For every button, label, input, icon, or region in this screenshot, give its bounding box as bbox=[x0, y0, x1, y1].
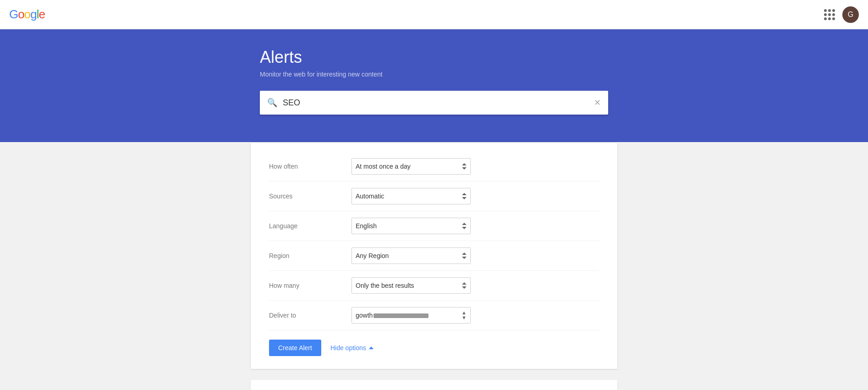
user-avatar[interactable]: G bbox=[842, 6, 859, 23]
logo-g2: g bbox=[30, 7, 36, 22]
options-card: How often As-it-happens At most once a d… bbox=[251, 142, 617, 369]
deliver-to-arrows: ▲▼ bbox=[461, 310, 467, 320]
page-title: Alerts bbox=[260, 48, 608, 67]
sources-select[interactable]: Automatic News Blogs Web Video Books Dis… bbox=[352, 188, 471, 204]
hide-options-label: Hide options bbox=[330, 344, 366, 352]
deliver-to-row: Deliver to gowth ▲▼ bbox=[269, 301, 599, 330]
region-row: Region Any Region United States United K… bbox=[269, 241, 599, 271]
region-label: Region bbox=[269, 252, 352, 259]
language-label: Language bbox=[269, 222, 352, 230]
search-box: 🔍 ✕ bbox=[260, 91, 608, 115]
footer-actions: Create Alert Hide options bbox=[269, 330, 599, 360]
bottom-bar bbox=[251, 380, 617, 390]
create-alert-button[interactable]: Create Alert bbox=[269, 340, 321, 356]
how-many-row: How many Only the best results All resul… bbox=[269, 271, 599, 301]
top-nav: Google G bbox=[0, 0, 868, 29]
search-icon: 🔍 bbox=[267, 98, 277, 108]
logo-o2: o bbox=[24, 7, 30, 22]
hide-options-link[interactable]: Hide options bbox=[330, 344, 374, 352]
logo-e: e bbox=[38, 7, 44, 22]
logo-g: G bbox=[9, 7, 18, 22]
how-many-select[interactable]: Only the best results All results bbox=[352, 277, 471, 294]
google-logo: Google bbox=[9, 7, 45, 22]
nav-right: G bbox=[824, 6, 859, 23]
sources-label: Sources bbox=[269, 192, 352, 200]
language-select[interactable]: Any Language English Spanish French Germ… bbox=[352, 218, 471, 234]
how-often-select[interactable]: As-it-happens At most once a day At most… bbox=[352, 158, 471, 175]
how-many-label: How many bbox=[269, 282, 352, 289]
search-input[interactable] bbox=[283, 98, 594, 108]
how-often-label: How often bbox=[269, 163, 352, 170]
apps-icon[interactable] bbox=[824, 9, 835, 20]
page-subtitle: Monitor the web for interesting new cont… bbox=[260, 71, 608, 78]
logo-o1: o bbox=[18, 7, 24, 22]
language-row: Language Any Language English Spanish Fr… bbox=[269, 211, 599, 241]
blue-header: Alerts Monitor the web for interesting n… bbox=[0, 29, 868, 142]
sources-row: Sources Automatic News Blogs Web Video B… bbox=[269, 181, 599, 211]
deliver-to-field[interactable]: gowth ▲▼ bbox=[352, 307, 471, 324]
region-select[interactable]: Any Region United States United Kingdom … bbox=[352, 247, 471, 264]
options-panel: How often As-it-happens At most once a d… bbox=[251, 142, 617, 369]
how-often-row: How often As-it-happens At most once a d… bbox=[269, 152, 599, 181]
chevron-up-icon bbox=[369, 346, 374, 349]
redacted-email bbox=[374, 313, 429, 318]
deliver-to-value: gowth bbox=[356, 312, 429, 319]
deliver-to-label: Deliver to bbox=[269, 312, 352, 319]
clear-icon[interactable]: ✕ bbox=[594, 98, 601, 108]
